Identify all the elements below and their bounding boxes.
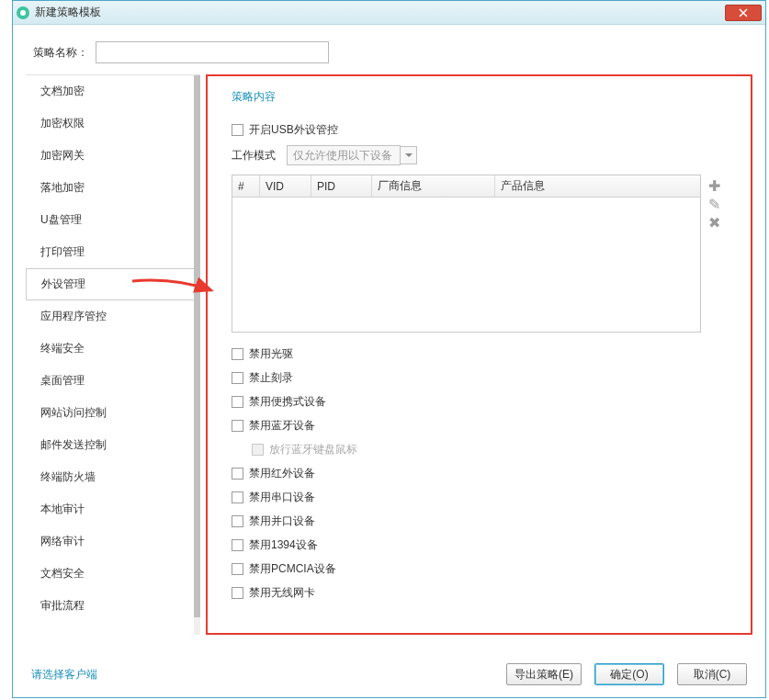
work-mode-label: 工作模式	[232, 148, 276, 164]
policy-name-input[interactable]	[96, 41, 329, 63]
work-mode-row: 工作模式 仅允许使用以下设备	[232, 145, 721, 165]
checkbox-label: 禁用蓝牙设备	[249, 418, 315, 434]
edit-row-icon[interactable]: ✎	[707, 195, 721, 213]
sidebar-item[interactable]: 审批流程	[26, 590, 200, 622]
checkbox-icon	[232, 539, 243, 551]
sidebar-item[interactable]: 加密网关	[26, 140, 200, 172]
sidebar-item[interactable]: 终端安全	[26, 333, 200, 365]
table-col-header: 产品信息	[495, 175, 670, 197]
checkbox-label: 放行蓝牙键盘鼠标	[269, 442, 357, 457]
checkbox-row[interactable]: 禁用1394设备	[232, 533, 721, 557]
checkbox-icon	[252, 444, 264, 456]
device-table: #VIDPID厂商信息产品信息	[232, 175, 701, 333]
sidebar-item[interactable]: 文档加密	[26, 75, 200, 107]
export-button[interactable]: 导出策略(E)	[506, 663, 582, 685]
table-header: #VIDPID厂商信息产品信息	[232, 175, 700, 198]
sidebar-item[interactable]: 文档安全	[26, 558, 200, 590]
table-actions: ✚ ✎ ✖	[701, 175, 721, 333]
checkbox-label: 禁用便携式设备	[249, 394, 326, 410]
device-table-wrap: #VIDPID厂商信息产品信息 ✚ ✎ ✖	[232, 175, 721, 333]
checkbox-row: 放行蓝牙键盘鼠标	[232, 437, 721, 461]
checkbox-icon	[232, 515, 243, 527]
work-mode-value: 仅允许使用以下设备	[293, 148, 392, 164]
checkbox-icon	[232, 563, 243, 575]
checkbox-row[interactable]: 禁用串口设备	[232, 485, 721, 509]
checkbox-icon	[232, 420, 243, 432]
checkbox-icon	[232, 372, 243, 384]
content-panel: 策略内容 开启USB外设管控 工作模式 仅允许使用以下设备 #VIDPID厂商信…	[206, 74, 752, 635]
checkbox-icon	[232, 124, 243, 136]
table-col-header: PID	[311, 175, 372, 197]
section-title: 策略内容	[232, 89, 721, 105]
checkbox-icon	[232, 491, 243, 503]
delete-row-icon[interactable]: ✖	[707, 213, 721, 231]
dialog-window: 新建策略模板 策略名称： 文档加密加密权限加密网关落地加密U盘管理打印管理外设管…	[12, 0, 766, 698]
checkbox-label: 禁用PCMCIA设备	[249, 561, 336, 577]
checkbox-icon	[232, 396, 243, 408]
titlebar: 新建策略模板	[13, 1, 765, 25]
window-title: 新建策略模板	[35, 5, 101, 20]
sidebar-item[interactable]: 终端防火墙	[26, 461, 200, 493]
select-client-link[interactable]: 请选择客户端	[31, 667, 97, 683]
sidebar-item[interactable]: 网站访问控制	[26, 397, 200, 429]
sidebar: 文档加密加密权限加密网关落地加密U盘管理打印管理外设管理应用程序管控终端安全桌面…	[26, 74, 200, 635]
sidebar-item[interactable]: 网络审计	[26, 525, 200, 558]
app-icon	[17, 6, 29, 19]
sidebar-item[interactable]: 应用程序管控	[26, 300, 200, 333]
cancel-button[interactable]: 取消(C)	[677, 663, 747, 685]
main-area: 文档加密加密权限加密网关落地加密U盘管理打印管理外设管理应用程序管控终端安全桌面…	[26, 74, 752, 635]
checkbox-label: 禁用并口设备	[249, 514, 315, 529]
policy-name-row: 策略名称：	[26, 41, 752, 63]
checkbox-row[interactable]: 禁用光驱	[232, 342, 721, 366]
close-button[interactable]	[725, 5, 762, 21]
checkbox-row[interactable]: 禁用红外设备	[232, 461, 721, 485]
dropdown-arrow-icon[interactable]	[401, 146, 417, 164]
sidebar-item[interactable]: 桌面管理	[26, 365, 200, 397]
checkbox-row[interactable]: 禁用无线网卡	[232, 581, 721, 604]
sidebar-item[interactable]: 邮件发送控制	[26, 429, 200, 461]
sidebar-scrollbar[interactable]	[194, 75, 200, 635]
table-col-header: VID	[260, 175, 311, 197]
checkbox-label: 禁用光驱	[249, 346, 293, 362]
checkbox-row[interactable]: 禁止刻录	[232, 366, 721, 390]
work-mode-select[interactable]: 仅允许使用以下设备	[287, 145, 401, 165]
usb-enable-row[interactable]: 开启USB外设管控	[232, 118, 721, 141]
checkbox-label: 禁止刻录	[249, 370, 293, 386]
checkbox-row[interactable]: 禁用并口设备	[232, 509, 721, 533]
add-row-icon[interactable]: ✚	[707, 176, 721, 195]
checkbox-icon	[232, 468, 243, 480]
footer: 请选择客户端 导出策略(E) 确定(O) 取消(C)	[13, 651, 765, 697]
sidebar-item[interactable]: U盘管理	[26, 204, 200, 236]
checkbox-row[interactable]: 禁用蓝牙设备	[232, 413, 721, 437]
ok-button[interactable]: 确定(O)	[594, 663, 664, 685]
sidebar-item[interactable]: 加密权限	[26, 107, 200, 140]
checkbox-icon	[232, 348, 243, 360]
checkbox-label: 禁用红外设备	[249, 466, 315, 481]
checkbox-row[interactable]: 禁用便携式设备	[232, 390, 721, 413]
sidebar-item[interactable]: 本地审计	[26, 493, 200, 525]
usb-enable-label: 开启USB外设管控	[249, 122, 338, 138]
checkbox-label: 禁用1394设备	[249, 537, 318, 553]
checkbox-row[interactable]: 禁用PCMCIA设备	[232, 557, 721, 581]
dialog-body: 策略名称： 文档加密加密权限加密网关落地加密U盘管理打印管理外设管理应用程序管控…	[13, 25, 765, 635]
sidebar-item[interactable]: 打印管理	[26, 236, 200, 268]
checkbox-label: 禁用串口设备	[249, 490, 315, 505]
sidebar-item[interactable]: 落地加密	[26, 172, 200, 204]
checkbox-icon	[232, 587, 243, 599]
sidebar-item[interactable]: 外设管理	[26, 268, 200, 300]
policy-name-label: 策略名称：	[33, 45, 88, 61]
table-col-header: 厂商信息	[372, 175, 495, 197]
checkbox-label: 禁用无线网卡	[249, 585, 315, 601]
table-col-header: #	[232, 175, 260, 197]
